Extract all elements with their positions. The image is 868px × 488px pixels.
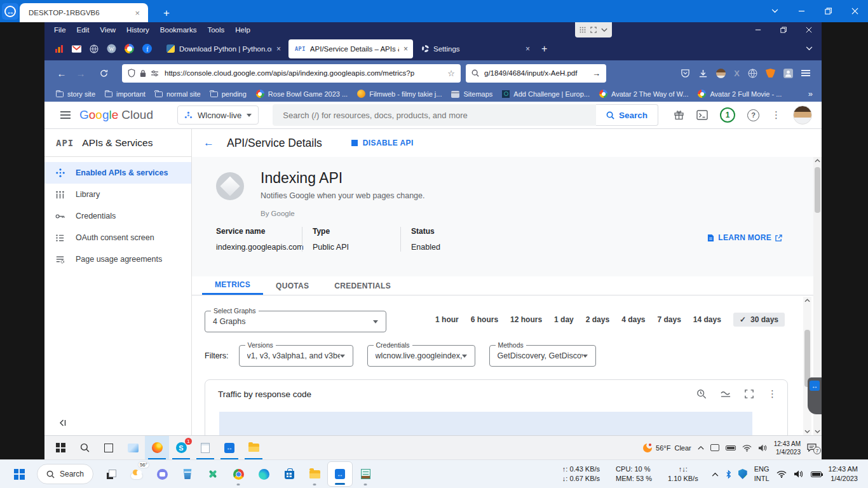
wifi-icon[interactable] xyxy=(742,444,752,452)
sharex-app-button[interactable] xyxy=(200,461,226,487)
volume-icon[interactable] xyxy=(758,444,768,452)
close-window-icon[interactable] xyxy=(841,0,868,22)
volume-icon[interactable] xyxy=(794,470,804,478)
gcp-search-button[interactable]: Search xyxy=(596,104,658,126)
bookmark-folder-normal-site[interactable]: normal site xyxy=(155,90,201,98)
tab-close-icon[interactable]: × xyxy=(403,44,408,53)
menu-tools[interactable]: Tools xyxy=(207,26,224,34)
time-range-12-hours[interactable]: 12 hours xyxy=(510,315,542,324)
versions-filter-dropdown[interactable]: Versions v1, v3, v3alpha1, and v3be... xyxy=(239,345,353,367)
navigation-menu-icon[interactable] xyxy=(60,111,71,119)
permissions-icon[interactable] xyxy=(151,70,159,77)
account-container-icon[interactable] xyxy=(783,69,793,78)
new-session-icon[interactable]: + xyxy=(163,8,170,18)
session-clock[interactable]: 12:43 AM 1/4/2023 xyxy=(774,440,801,456)
start-button[interactable] xyxy=(48,436,72,459)
firefox-taskbar-button[interactable] xyxy=(145,436,169,459)
bookmark-avatar2-way[interactable]: Avatar 2 The Way of W... xyxy=(599,90,688,98)
recycle-bin-button[interactable] xyxy=(175,461,200,487)
credentials-filter-dropdown[interactable]: Credentials wlcnow.live.googleindex, ... xyxy=(367,345,475,367)
menu-view[interactable]: View xyxy=(100,26,116,34)
weather-widget[interactable]: 56°F Clear xyxy=(643,444,691,452)
downloads-icon[interactable] xyxy=(698,69,708,78)
metrics-scrollbar[interactable] xyxy=(803,297,811,435)
url-input[interactable] xyxy=(163,69,443,78)
google-cloud-logo[interactable]: G o o g l e Cloud xyxy=(79,108,153,122)
expand-icon[interactable] xyxy=(590,27,597,33)
chevron-down-icon[interactable] xyxy=(601,28,607,32)
help-icon[interactable]: ? xyxy=(747,109,759,121)
action-center-button[interactable]: 7 xyxy=(807,444,817,452)
pocket-icon[interactable] xyxy=(681,69,690,78)
store-button[interactable] xyxy=(276,461,302,487)
skype-taskbar-button[interactable]: S1 xyxy=(169,436,193,459)
edge-button[interactable] xyxy=(251,461,276,487)
tab-quotas[interactable]: QUOTAS xyxy=(263,276,322,295)
metamask-icon[interactable] xyxy=(766,69,775,78)
disable-api-button[interactable]: DISABLE API xyxy=(351,139,414,147)
weather-widget-button[interactable]: 56° xyxy=(124,461,149,487)
fullscreen-icon[interactable] xyxy=(745,390,754,398)
time-range-6-hours[interactable]: 6 hours xyxy=(471,315,498,324)
time-range-7-days[interactable]: 7 days xyxy=(657,315,681,324)
sidebar-item-library[interactable]: Library xyxy=(44,184,191,205)
time-range-2-days[interactable]: 2 days xyxy=(586,315,609,324)
host-explorer-button[interactable] xyxy=(302,461,327,487)
tab-api-service-details[interactable]: API API/Service Details – APIs & Ser × xyxy=(288,39,413,58)
scroll-down-icon[interactable] xyxy=(815,428,820,435)
bookmark-folder-pending[interactable]: pending xyxy=(210,90,247,98)
sidebar-item-page-usage[interactable]: Page usage agreements xyxy=(44,248,191,270)
ff-close-icon[interactable] xyxy=(796,22,822,37)
extension-avatar-icon[interactable] xyxy=(716,69,726,78)
time-range-4-days[interactable]: 4 days xyxy=(621,315,645,324)
scroll-up-icon[interactable] xyxy=(804,297,810,304)
bookmark-filmweb[interactable]: Filmweb - filmy takie j... xyxy=(357,90,442,98)
task-view-button[interactable] xyxy=(97,436,121,459)
bookmark-star-icon[interactable]: ☆ xyxy=(447,69,455,78)
bookmark-folder-important[interactable]: important xyxy=(105,90,146,98)
bookmark-avatar2-movie[interactable]: Avatar 2 Full Movie - ... xyxy=(698,90,782,98)
teamviewer-side-panel-tab[interactable]: ↔ xyxy=(808,377,822,414)
chat-app-button[interactable] xyxy=(149,461,175,487)
language-switcher[interactable]: ENG INTL xyxy=(754,464,770,484)
pinned-tab-facebook-icon[interactable]: f xyxy=(142,44,152,53)
time-range-1-day[interactable]: 1 day xyxy=(554,315,574,324)
host-search-box[interactable]: Search xyxy=(37,464,93,484)
explorer-taskbar-button[interactable] xyxy=(241,436,266,459)
menu-edit[interactable]: Edit xyxy=(77,26,90,34)
time-zoom-icon[interactable] xyxy=(696,389,707,399)
sidebar-item-oauth-consent[interactable]: OAuth consent screen xyxy=(44,227,191,248)
more-options-icon[interactable]: ⋮ xyxy=(771,109,781,121)
scrollbar-thumb[interactable] xyxy=(815,167,820,213)
remote-session-tab[interactable]: DESKTOP-1RBGVB6 × xyxy=(20,3,148,22)
grid-handle-icon[interactable] xyxy=(580,27,586,33)
bookmark-folder-story-site[interactable]: story site xyxy=(56,90,95,98)
display-icon[interactable] xyxy=(710,444,719,451)
tab-credentials[interactable]: CREDENTIALS xyxy=(322,276,403,295)
menu-bookmarks[interactable]: Bookmarks xyxy=(160,26,197,34)
battery-icon[interactable] xyxy=(811,471,822,477)
minimize-window-icon[interactable] xyxy=(788,0,815,22)
teamviewer-taskbar-button[interactable]: ↔ xyxy=(217,436,241,459)
chrome-button[interactable] xyxy=(226,461,251,487)
host-task-view-button[interactable] xyxy=(98,461,124,487)
battery-icon[interactable] xyxy=(726,445,736,451)
restore-window-icon[interactable] xyxy=(815,0,841,22)
project-selector[interactable]: Wlcnow-live xyxy=(177,105,259,125)
search-bar[interactable]: → xyxy=(466,64,606,83)
gcp-search-input[interactable] xyxy=(281,110,587,121)
bluetooth-icon[interactable] xyxy=(726,470,731,479)
tray-expand-icon[interactable] xyxy=(698,445,704,450)
menu-help[interactable]: Help xyxy=(235,26,250,34)
url-bar[interactable]: ☆ xyxy=(122,64,461,83)
reload-icon[interactable] xyxy=(94,69,113,78)
notepadpp-button[interactable] xyxy=(353,461,378,487)
ff-minimize-icon[interactable] xyxy=(745,22,771,37)
taskbar-search-button[interactable] xyxy=(72,436,97,459)
scroll-up-icon[interactable] xyxy=(815,157,820,165)
pinned-tab-analytics-icon[interactable] xyxy=(55,44,64,53)
pinned-tab-globe-icon[interactable] xyxy=(90,44,98,53)
tab-download-python[interactable]: Download Python | Python.org × xyxy=(160,37,286,60)
gift-icon[interactable] xyxy=(674,110,684,121)
collapse-sidebar-icon[interactable] xyxy=(58,419,66,426)
